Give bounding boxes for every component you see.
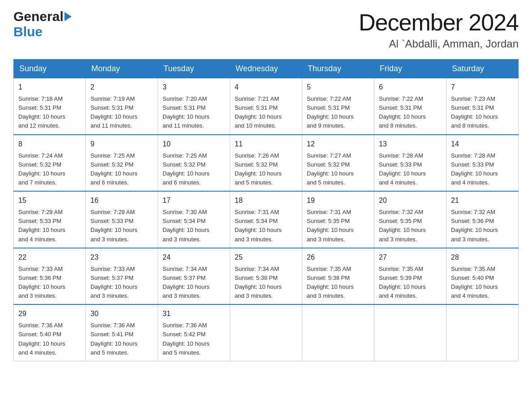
calendar-cell: 12 Sunrise: 7:27 AMSunset: 5:32 PMDaylig… [302,135,374,192]
column-header-monday: Monday [86,60,158,78]
calendar-cell: 5 Sunrise: 7:22 AMSunset: 5:31 PMDayligh… [302,78,374,135]
day-info: Sunrise: 7:22 AMSunset: 5:31 PMDaylight:… [379,94,442,131]
day-info: Sunrise: 7:29 AMSunset: 5:33 PMDaylight:… [90,208,153,244]
calendar-cell: 25 Sunrise: 7:34 AMSunset: 5:38 PMDaylig… [230,248,302,305]
column-header-wednesday: Wednesday [230,60,302,78]
calendar-cell: 31 Sunrise: 7:36 AMSunset: 5:42 PMDaylig… [158,304,230,361]
day-number: 12 [307,139,369,150]
calendar-cell [446,304,519,361]
calendar-cell: 17 Sunrise: 7:30 AMSunset: 5:34 PMDaylig… [158,191,230,248]
day-number: 4 [235,82,297,93]
day-info: Sunrise: 7:36 AMSunset: 5:41 PMDaylight:… [90,321,153,357]
calendar-table: SundayMondayTuesdayWednesdayThursdayFrid… [13,59,519,361]
calendar-cell [374,304,446,361]
calendar-cell: 15 Sunrise: 7:29 AMSunset: 5:33 PMDaylig… [14,191,86,248]
calendar-cell: 20 Sunrise: 7:32 AMSunset: 5:35 PMDaylig… [374,191,446,248]
day-info: Sunrise: 7:28 AMSunset: 5:33 PMDaylight:… [379,151,442,188]
column-header-sunday: Sunday [14,60,86,78]
calendar-cell: 13 Sunrise: 7:28 AMSunset: 5:33 PMDaylig… [374,135,446,192]
logo: General Blue [13,9,73,39]
calendar-cell: 27 Sunrise: 7:35 AMSunset: 5:39 PMDaylig… [374,248,446,305]
calendar-cell: 11 Sunrise: 7:26 AMSunset: 5:32 PMDaylig… [230,135,302,192]
day-number: 24 [163,252,225,263]
calendar-cell [302,304,374,361]
day-info: Sunrise: 7:35 AMSunset: 5:40 PMDaylight:… [451,265,514,301]
day-info: Sunrise: 7:35 AMSunset: 5:39 PMDaylight:… [379,265,442,301]
day-number: 30 [90,308,153,319]
day-number: 7 [451,82,514,93]
calendar-week-4: 22 Sunrise: 7:33 AMSunset: 5:36 PMDaylig… [14,248,519,305]
day-number: 17 [163,195,225,206]
day-number: 26 [307,252,369,263]
day-info: Sunrise: 7:33 AMSunset: 5:36 PMDaylight:… [18,265,81,301]
calendar-week-3: 15 Sunrise: 7:29 AMSunset: 5:33 PMDaylig… [14,191,519,248]
day-number: 16 [90,195,153,206]
day-info: Sunrise: 7:21 AMSunset: 5:31 PMDaylight:… [235,94,297,131]
day-number: 25 [235,252,297,263]
title-section: December 2024 Al `Abdalli, Amman, Jordan [359,9,519,50]
day-info: Sunrise: 7:24 AMSunset: 5:32 PMDaylight:… [18,151,81,188]
calendar-cell [230,304,302,361]
column-header-friday: Friday [374,60,446,78]
day-info: Sunrise: 7:34 AMSunset: 5:38 PMDaylight:… [235,265,297,301]
column-header-saturday: Saturday [446,60,519,78]
calendar-cell: 2 Sunrise: 7:19 AMSunset: 5:31 PMDayligh… [86,78,158,135]
calendar-cell: 10 Sunrise: 7:25 AMSunset: 5:32 PMDaylig… [158,135,230,192]
day-number: 6 [379,82,442,93]
calendar-cell: 18 Sunrise: 7:31 AMSunset: 5:34 PMDaylig… [230,191,302,248]
day-number: 2 [90,82,153,93]
day-info: Sunrise: 7:28 AMSunset: 5:33 PMDaylight:… [451,151,514,188]
day-info: Sunrise: 7:33 AMSunset: 5:37 PMDaylight:… [90,265,153,301]
day-info: Sunrise: 7:25 AMSunset: 5:32 PMDaylight:… [163,151,225,188]
day-number: 23 [90,252,153,263]
day-number: 31 [163,308,225,319]
day-info: Sunrise: 7:30 AMSunset: 5:34 PMDaylight:… [163,208,225,244]
day-number: 11 [235,139,297,150]
day-number: 29 [18,308,81,319]
location-text: Al `Abdalli, Amman, Jordan [359,38,519,50]
month-title: December 2024 [359,9,519,36]
day-info: Sunrise: 7:19 AMSunset: 5:31 PMDaylight:… [90,94,153,131]
day-number: 28 [451,252,514,263]
day-info: Sunrise: 7:36 AMSunset: 5:42 PMDaylight:… [163,321,225,357]
day-number: 19 [307,195,369,206]
calendar-cell: 21 Sunrise: 7:32 AMSunset: 5:36 PMDaylig… [446,191,519,248]
day-info: Sunrise: 7:25 AMSunset: 5:32 PMDaylight:… [90,151,153,188]
calendar-cell: 22 Sunrise: 7:33 AMSunset: 5:36 PMDaylig… [14,248,86,305]
day-info: Sunrise: 7:32 AMSunset: 5:35 PMDaylight:… [379,208,442,244]
day-number: 13 [379,139,442,150]
day-info: Sunrise: 7:18 AMSunset: 5:31 PMDaylight:… [18,94,81,131]
calendar-cell: 1 Sunrise: 7:18 AMSunset: 5:31 PMDayligh… [14,78,86,135]
calendar-cell: 16 Sunrise: 7:29 AMSunset: 5:33 PMDaylig… [86,191,158,248]
day-number: 20 [379,195,442,206]
logo-blue-text: Blue [13,24,43,39]
calendar-cell: 23 Sunrise: 7:33 AMSunset: 5:37 PMDaylig… [86,248,158,305]
calendar-cell: 8 Sunrise: 7:24 AMSunset: 5:32 PMDayligh… [14,135,86,192]
day-number: 3 [163,82,225,93]
calendar-cell: 14 Sunrise: 7:28 AMSunset: 5:33 PMDaylig… [446,135,519,192]
calendar-cell: 6 Sunrise: 7:22 AMSunset: 5:31 PMDayligh… [374,78,446,135]
day-info: Sunrise: 7:26 AMSunset: 5:32 PMDaylight:… [235,151,297,188]
day-number: 21 [451,195,514,206]
day-info: Sunrise: 7:23 AMSunset: 5:31 PMDaylight:… [451,94,514,131]
day-number: 5 [307,82,369,93]
calendar-cell: 4 Sunrise: 7:21 AMSunset: 5:31 PMDayligh… [230,78,302,135]
day-number: 14 [451,139,514,150]
column-header-thursday: Thursday [302,60,374,78]
calendar-cell: 29 Sunrise: 7:36 AMSunset: 5:40 PMDaylig… [14,304,86,361]
day-number: 8 [18,139,81,150]
calendar-cell: 19 Sunrise: 7:31 AMSunset: 5:35 PMDaylig… [302,191,374,248]
logo-general-text: General [13,9,64,24]
day-info: Sunrise: 7:36 AMSunset: 5:40 PMDaylight:… [18,321,81,357]
day-info: Sunrise: 7:27 AMSunset: 5:32 PMDaylight:… [307,151,369,188]
day-number: 1 [18,82,81,93]
day-number: 18 [235,195,297,206]
calendar-cell: 28 Sunrise: 7:35 AMSunset: 5:40 PMDaylig… [446,248,519,305]
calendar-cell: 24 Sunrise: 7:34 AMSunset: 5:37 PMDaylig… [158,248,230,305]
calendar-week-2: 8 Sunrise: 7:24 AMSunset: 5:32 PMDayligh… [14,135,519,192]
day-info: Sunrise: 7:31 AMSunset: 5:35 PMDaylight:… [307,208,369,244]
column-header-tuesday: Tuesday [158,60,230,78]
calendar-header-row: SundayMondayTuesdayWednesdayThursdayFrid… [14,60,519,78]
day-number: 27 [379,252,442,263]
day-info: Sunrise: 7:20 AMSunset: 5:31 PMDaylight:… [163,94,225,131]
